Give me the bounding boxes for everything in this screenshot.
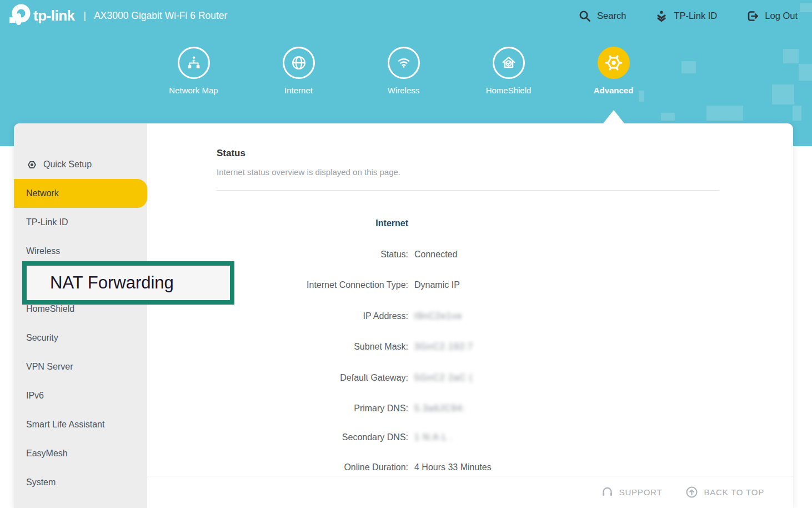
section-heading-row: Internet xyxy=(147,218,793,228)
sidebar-item-label: TP-Link ID xyxy=(26,217,68,227)
logout-button[interactable]: Log Out xyxy=(746,9,798,23)
divider xyxy=(217,190,719,191)
user-icon xyxy=(655,9,668,23)
sidebar-item-security[interactable]: Security xyxy=(14,323,147,352)
support-label: SUPPORT xyxy=(619,487,663,497)
brand-name: tp-link xyxy=(33,7,75,24)
sidebar-item-label: Smart Life Assistant xyxy=(26,420,104,430)
sidebar-item-label: HomeShield xyxy=(26,304,74,314)
device-title: AX3000 Gigabit Wi-Fi 6 Router xyxy=(94,10,227,22)
brand-logo: tp-link xyxy=(7,4,75,28)
content-panel: Quick Setup Network TP-Link ID Wireless … xyxy=(14,123,793,508)
nav-label: HomeShield xyxy=(456,86,561,95)
decor-square xyxy=(783,49,799,63)
logout-icon xyxy=(746,9,759,23)
field-value-redacted: 5.3a6JC94: xyxy=(414,404,465,414)
tplink-id-button[interactable]: TP-Link ID xyxy=(655,9,717,23)
sidebar-item-label: System xyxy=(26,477,56,487)
sidebar-item-easymesh[interactable]: EasyMesh xyxy=(14,439,147,468)
sidebar-item-label: IPv6 xyxy=(26,391,44,401)
sidebar-item-network[interactable]: Network xyxy=(14,179,147,208)
gear-icon xyxy=(598,47,630,79)
back-to-top-button[interactable]: BACK TO TOP xyxy=(685,486,764,499)
arrow-up-circle-icon xyxy=(685,486,698,499)
field-label: IP Address: xyxy=(147,311,408,321)
nav-item-network-map[interactable]: Network Map xyxy=(141,47,246,95)
sidebar-item-quick-setup[interactable]: Quick Setup xyxy=(14,150,147,179)
globe-icon xyxy=(283,47,315,79)
title-separator: | xyxy=(84,10,87,22)
field-label: Default Gateway: xyxy=(147,373,408,383)
section-title: Internet xyxy=(147,218,408,228)
field-label: Primary DNS: xyxy=(147,404,408,414)
home-shield-icon xyxy=(493,47,525,79)
decor-square xyxy=(681,61,696,73)
field-row-status: Status: Connected xyxy=(147,250,793,260)
nav-pointer-triangle xyxy=(603,110,624,123)
search-label: Search xyxy=(597,11,626,21)
tplink-id-label: TP-Link ID xyxy=(674,11,717,21)
decor-square xyxy=(706,106,743,121)
topbar-actions: Search TP-Link ID Log Out xyxy=(578,9,798,23)
sidebar-item-label: VPN Server xyxy=(26,362,73,372)
nav-item-wireless[interactable]: Wireless xyxy=(351,47,456,95)
sidebar-item-label: Network xyxy=(26,188,59,198)
field-value: Connected xyxy=(414,250,457,260)
sidebar-item-ipv6[interactable]: IPv6 xyxy=(14,381,147,410)
nav-item-homeshield[interactable]: HomeShield xyxy=(456,47,561,95)
page-title: Status xyxy=(217,148,245,159)
nat-forwarding-annotation[interactable]: NAT Forwarding xyxy=(22,261,234,305)
nat-forwarding-label: NAT Forwarding xyxy=(50,273,174,293)
nav-label: Advanced xyxy=(561,86,666,95)
field-label: Subnet Mask: xyxy=(147,342,408,352)
field-row-ip-address: IP Address: t9nC2e1ve xyxy=(147,311,793,321)
support-button[interactable]: SUPPORT xyxy=(601,486,663,499)
nav-label: Network Map xyxy=(141,86,246,95)
field-value-redacted: 3GnC2.192:7 xyxy=(414,342,473,352)
field-row-connection-type: Internet Connection Type: Dynamic IP xyxy=(147,280,793,290)
nav-item-internet[interactable]: Internet xyxy=(246,47,351,95)
search-icon xyxy=(578,9,592,23)
sidebar-item-smart-life-assistant[interactable]: Smart Life Assistant xyxy=(14,410,147,439)
field-row-online-duration: Online Duration: 4 Hours 33 Minutes xyxy=(147,462,793,472)
page-subtitle: Internet status overview is displayed on… xyxy=(217,167,400,177)
sidebar-item-label: Wireless xyxy=(26,246,60,256)
main-content: Status Internet status overview is displ… xyxy=(147,123,793,508)
nav-label: Internet xyxy=(246,86,351,95)
decor-square xyxy=(772,84,794,104)
field-value: 4 Hours 33 Minutes xyxy=(414,462,492,472)
logout-label: Log Out xyxy=(765,11,798,21)
field-row-primary-dns: Primary DNS: 5.3a6JC94: xyxy=(147,404,793,414)
back-to-top-label: BACK TO TOP xyxy=(704,487,764,497)
network-map-icon xyxy=(178,47,210,79)
sidebar-item-system[interactable]: System xyxy=(14,468,147,497)
wifi-icon xyxy=(388,47,420,79)
sidebar-item-label: Quick Setup xyxy=(43,160,92,170)
sidebar-item-label: Security xyxy=(26,333,58,343)
field-row-default-gateway: Default Gateway: 5GnC2 2aC ( xyxy=(147,373,793,383)
nav-label: Wireless xyxy=(351,86,456,95)
tplink-logo-icon xyxy=(7,4,31,28)
decor-square xyxy=(799,64,812,81)
nav-item-advanced[interactable]: Advanced xyxy=(561,47,666,95)
field-row-subnet-mask: Subnet Mask: 3GnC2.192:7 xyxy=(147,342,793,352)
decor-square xyxy=(793,106,801,121)
sidebar-item-label: EasyMesh xyxy=(26,449,68,459)
field-label: Status: xyxy=(147,250,408,260)
headset-icon xyxy=(601,486,614,499)
decor-square xyxy=(661,113,675,121)
sidebar: Quick Setup Network TP-Link ID Wireless … xyxy=(14,123,147,508)
field-value-redacted: t9nC2e1ve xyxy=(414,311,462,321)
sidebar-item-vpn-server[interactable]: VPN Server xyxy=(14,352,147,381)
field-value-redacted: 5GnC2 2aC ( xyxy=(414,373,473,383)
field-value-redacted: 1 N:A L . xyxy=(414,432,453,442)
main-nav: Network Map Internet Wireless xyxy=(141,47,666,95)
topbar: tp-link | AX3000 Gigabit Wi-Fi 6 Router … xyxy=(0,0,812,32)
sidebar-item-tplink-id[interactable]: TP-Link ID xyxy=(14,208,147,237)
field-row-secondary-dns: Secondary DNS: 1 N:A L . xyxy=(147,432,793,442)
field-label: Online Duration: xyxy=(147,462,408,472)
footer-bar: SUPPORT BACK TO TOP xyxy=(147,476,793,508)
search-button[interactable]: Search xyxy=(578,9,626,23)
router-admin-page: { "topbar": { "brand": "tp-link", "separ… xyxy=(0,0,812,508)
field-label: Secondary DNS: xyxy=(147,432,408,442)
